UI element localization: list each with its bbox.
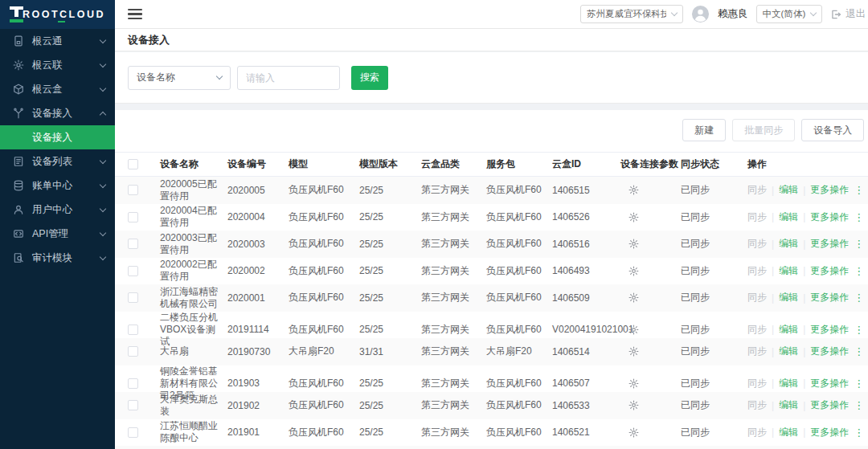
chevron-down-icon — [100, 36, 106, 43]
table-row: 2020005已配置待用2020005负压风机F6025/25第三方网关负压风机… — [115, 177, 868, 204]
more-dots-icon[interactable]: ⋮ — [854, 238, 864, 250]
more-actions-link[interactable]: 更多操作 — [810, 237, 849, 251]
language-select[interactable]: 中文(简体) — [756, 5, 823, 23]
cell-model: 负压风机F60 — [289, 323, 359, 337]
connection-params-gear-icon[interactable] — [620, 325, 681, 335]
more-dots-icon[interactable]: ⋮ — [854, 427, 864, 439]
more-dots-icon[interactable]: ⋮ — [854, 184, 864, 196]
row-checkbox[interactable] — [128, 185, 138, 195]
sidebar-item-5[interactable]: 账单中心 — [0, 173, 115, 198]
row-actions: 同步|编辑|更多操作⋮ — [747, 237, 864, 251]
connection-params-gear-icon[interactable] — [620, 292, 681, 303]
row-checkbox[interactable] — [128, 378, 138, 389]
sync-link[interactable]: 同步 — [747, 264, 767, 278]
sidebar-item-4[interactable]: 设备列表 — [0, 149, 115, 173]
edit-link[interactable]: 编辑 — [779, 210, 798, 224]
more-actions-link[interactable]: 更多操作 — [810, 210, 849, 224]
edit-link[interactable]: 编辑 — [779, 291, 798, 304]
more-dots-icon[interactable]: ⋮ — [854, 324, 864, 336]
sync-link[interactable]: 同步 — [747, 345, 767, 358]
table-panel: 新建 批量同步 设备导入 设备名称设备编号模型模型版本云盒品类服务包云盒ID设备… — [115, 110, 868, 449]
edit-link[interactable]: 编辑 — [779, 237, 798, 251]
avatar[interactable] — [691, 5, 710, 23]
row-checkbox[interactable] — [128, 400, 138, 410]
sidebar-item-3[interactable]: 设备接入 — [0, 101, 115, 125]
cell-box-id: 1406526 — [552, 211, 620, 222]
more-actions-link[interactable]: 更多操作 — [810, 398, 849, 412]
row-checkbox[interactable] — [128, 212, 138, 222]
cell-device-code: 201902 — [227, 400, 289, 411]
sync-link[interactable]: 同步 — [747, 183, 767, 197]
connection-params-gear-icon[interactable] — [620, 427, 681, 438]
connection-params-gear-icon[interactable] — [620, 239, 681, 249]
row-checkbox[interactable] — [128, 427, 138, 438]
cell-box-id: 1406516 — [552, 239, 620, 250]
more-dots-icon[interactable]: ⋮ — [854, 211, 864, 223]
row-checkbox[interactable] — [128, 266, 138, 276]
filter-field-select[interactable]: 设备名称 — [128, 66, 231, 90]
cell-service-package: 负压风机F60 — [486, 377, 552, 390]
edit-link[interactable]: 编辑 — [779, 183, 798, 197]
sidebar-subitem[interactable]: 设备接入 — [0, 125, 115, 149]
sidebar-item-8[interactable]: 审计模块 — [0, 246, 115, 270]
more-actions-link[interactable]: 更多操作 — [810, 377, 849, 390]
more-actions-link[interactable]: 更多操作 — [810, 264, 849, 278]
sync-link[interactable]: 同步 — [747, 210, 767, 224]
breadcrumb: 设备接入 — [115, 29, 868, 51]
sync-link[interactable]: 同步 — [747, 323, 767, 337]
connection-params-gear-icon[interactable] — [620, 185, 681, 195]
connection-params-gear-icon[interactable] — [620, 378, 681, 389]
sidebar-item-1[interactable]: 根云联 — [0, 53, 115, 77]
connection-params-gear-icon[interactable] — [620, 346, 681, 357]
more-dots-icon[interactable]: ⋮ — [854, 265, 864, 277]
edit-link[interactable]: 编辑 — [779, 398, 798, 412]
connection-params-gear-icon[interactable] — [620, 266, 681, 276]
new-button[interactable]: 新建 — [682, 119, 726, 141]
edit-link[interactable]: 编辑 — [779, 323, 798, 337]
sync-link[interactable]: 同步 — [747, 398, 767, 412]
company-select[interactable]: 苏州夏威宜环保科技有限... — [580, 5, 683, 23]
more-dots-icon[interactable]: ⋮ — [854, 345, 864, 357]
sync-link[interactable]: 同步 — [747, 426, 767, 439]
select-all-checkbox[interactable] — [128, 159, 138, 169]
search-input[interactable] — [237, 66, 340, 90]
batch-sync-button[interactable]: 批量同步 — [732, 119, 795, 141]
row-checkbox[interactable] — [128, 239, 138, 249]
cell-box-id: 1406521 — [552, 427, 620, 438]
more-actions-link[interactable]: 更多操作 — [810, 323, 849, 337]
cell-box-id: 1406515 — [552, 185, 620, 196]
cell-box-category: 第三方网关 — [421, 291, 486, 304]
row-checkbox[interactable] — [128, 346, 138, 357]
search-button[interactable]: 搜索 — [351, 66, 388, 90]
sync-link[interactable]: 同步 — [747, 377, 767, 390]
menu-toggle-icon[interactable] — [128, 9, 142, 20]
more-dots-icon[interactable]: ⋮ — [854, 399, 864, 411]
cell-box-category: 第三方网关 — [421, 210, 486, 224]
sidebar-item-0[interactable]: 根云通 — [0, 29, 115, 53]
edit-link[interactable]: 编辑 — [779, 345, 798, 358]
more-actions-link[interactable]: 更多操作 — [810, 291, 849, 304]
row-checkbox[interactable] — [128, 325, 138, 335]
connection-params-gear-icon[interactable] — [620, 212, 681, 222]
more-dots-icon[interactable]: ⋮ — [854, 378, 864, 390]
cell-box-category: 第三方网关 — [421, 426, 486, 439]
connection-params-gear-icon[interactable] — [620, 400, 681, 410]
more-actions-link[interactable]: 更多操作 — [810, 345, 849, 358]
row-actions: 同步|编辑|更多操作⋮ — [747, 210, 864, 224]
sync-link[interactable]: 同步 — [747, 237, 767, 251]
more-actions-link[interactable]: 更多操作 — [810, 426, 849, 439]
logout-button[interactable]: 退出 — [830, 7, 866, 21]
sidebar-item-7[interactable]: API管理 — [0, 222, 115, 246]
device-import-button[interactable]: 设备导入 — [801, 119, 864, 141]
sync-link[interactable]: 同步 — [747, 291, 767, 304]
more-actions-link[interactable]: 更多操作 — [810, 183, 849, 197]
edit-link[interactable]: 编辑 — [779, 377, 798, 390]
row-actions: 同步|编辑|更多操作⋮ — [747, 426, 864, 439]
edit-link[interactable]: 编辑 — [779, 426, 798, 439]
sidebar-item-6[interactable]: 用户中心 — [0, 198, 115, 222]
row-checkbox[interactable] — [128, 292, 138, 303]
row-actions: 同步|编辑|更多操作⋮ — [747, 183, 864, 197]
edit-link[interactable]: 编辑 — [779, 264, 798, 278]
sidebar-item-2[interactable]: 根云盒 — [0, 77, 115, 101]
more-dots-icon[interactable]: ⋮ — [854, 292, 864, 304]
